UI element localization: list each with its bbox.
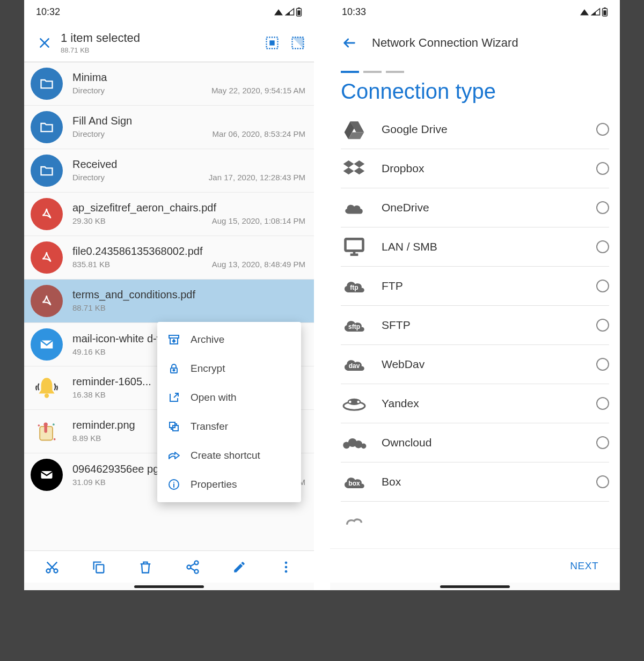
edit-button[interactable] xyxy=(228,555,251,579)
connection-item[interactable]: LAN / SMB xyxy=(341,227,609,267)
svg-rect-4 xyxy=(269,40,274,45)
close-button[interactable] xyxy=(33,36,56,50)
menu-label: Encrypt xyxy=(191,363,225,374)
file-row[interactable]: ReceivedDirectoryJan 17, 2020, 12:28:43 … xyxy=(24,149,314,192)
connection-label: Box xyxy=(382,475,582,488)
cut-button[interactable] xyxy=(40,555,64,579)
file-date: Aug 15, 2020, 1:08:14 PM xyxy=(212,216,305,225)
status-bar: 10:32 xyxy=(24,0,314,24)
openwith-icon xyxy=(167,391,181,405)
svg-point-42 xyxy=(355,440,362,448)
sftp-icon: sftp xyxy=(341,314,368,336)
file-row[interactable]: file0.243586135368002.pdf835.81 KBAug 13… xyxy=(24,236,314,279)
menu-item-openwith[interactable]: Open with xyxy=(157,383,301,412)
connection-item[interactable]: OneDrive xyxy=(341,188,609,227)
status-bar: 10:33 xyxy=(330,0,620,24)
next-button[interactable]: NEXT xyxy=(570,560,598,572)
file-size: 835.81 KB xyxy=(72,260,110,269)
connection-label: Google Drive xyxy=(382,123,582,136)
share-button[interactable] xyxy=(181,555,204,579)
status-icons xyxy=(579,7,608,17)
selection-size: 88.71 KB xyxy=(61,46,265,54)
svg-text:dav: dav xyxy=(349,362,360,370)
radio-button[interactable] xyxy=(596,240,609,253)
file-name: Minima xyxy=(72,71,305,84)
menu-label: Properties xyxy=(191,479,237,490)
menu-label: Transfer xyxy=(191,421,228,432)
svg-rect-2 xyxy=(298,8,300,9)
menu-item-info[interactable]: Properties xyxy=(157,470,301,499)
connection-item[interactable]: Owncloud xyxy=(341,423,609,462)
connection-item[interactable]: ftpFTP xyxy=(341,267,609,306)
svg-point-28 xyxy=(285,570,288,572)
svg-rect-31 xyxy=(604,8,606,9)
radio-button[interactable] xyxy=(596,319,609,332)
file-size: Directory xyxy=(72,86,105,95)
wizard-title-bar: Network Connection Wizard xyxy=(372,36,518,50)
delete-button[interactable] xyxy=(134,555,157,579)
menu-item-lock[interactable]: Encrypt xyxy=(157,354,301,383)
invert-select-icon[interactable] xyxy=(290,35,305,50)
connection-label: OneDrive xyxy=(382,201,582,214)
connection-item[interactable]: Google Drive xyxy=(341,110,609,149)
svg-rect-32 xyxy=(346,239,363,251)
svg-point-16 xyxy=(173,370,175,371)
svg-rect-14 xyxy=(169,335,179,338)
file-row[interactable]: Fill And SignDirectoryMar 06, 2020, 8:53… xyxy=(24,105,314,149)
file-name: Fill And Sign xyxy=(72,115,305,127)
connection-item[interactable]: Yandex xyxy=(341,384,609,423)
svg-rect-30 xyxy=(603,10,606,15)
connection-item[interactable]: Dropbox xyxy=(341,149,609,188)
section-title: Connection type xyxy=(330,77,620,110)
archive-icon xyxy=(167,333,181,347)
file-name: terms_and_conditions.pdf xyxy=(72,289,305,301)
radio-button[interactable] xyxy=(596,358,609,371)
file-size: 31.09 KB xyxy=(72,478,106,487)
copy-button[interactable] xyxy=(87,555,111,579)
more-button[interactable] xyxy=(274,555,298,579)
nav-bar xyxy=(330,583,620,590)
radio-button[interactable] xyxy=(596,201,609,214)
svg-point-25 xyxy=(194,569,198,573)
progress-steps xyxy=(330,62,620,77)
svg-point-11 xyxy=(53,423,55,425)
connection-label: SFTP xyxy=(382,319,582,332)
file-row[interactable]: terms_and_conditions.pdf88.71 KB xyxy=(24,279,314,322)
lan-icon xyxy=(341,236,368,258)
svg-point-27 xyxy=(285,565,288,568)
back-button[interactable] xyxy=(338,35,361,50)
svg-point-39 xyxy=(357,401,360,403)
file-name: Received xyxy=(72,158,305,171)
svg-point-10 xyxy=(38,424,40,427)
svg-point-26 xyxy=(285,561,288,564)
file-row[interactable]: MinimaDirectoryMay 22, 2020, 9:54:15 AM xyxy=(24,62,314,105)
menu-item-transfer[interactable]: Transfer xyxy=(157,412,301,441)
radio-button[interactable] xyxy=(596,475,609,488)
ftp-icon: ftp xyxy=(341,275,368,297)
file-size: Directory xyxy=(72,129,105,138)
connection-list[interactable]: Google DriveDropboxOneDriveLAN / SMBftpF… xyxy=(330,110,620,532)
menu-item-archive[interactable]: Archive xyxy=(157,325,301,354)
connection-item[interactable]: davWebDav xyxy=(341,345,609,384)
yandex-icon xyxy=(341,393,368,414)
radio-button[interactable] xyxy=(596,436,609,449)
radio-button[interactable] xyxy=(596,397,609,410)
connection-item[interactable]: sftpSFTP xyxy=(341,306,609,345)
connection-item[interactable]: boxBox xyxy=(341,462,609,502)
next-bar: NEXT xyxy=(330,548,620,583)
file-date: May 22, 2020, 9:54:15 AM xyxy=(211,86,305,95)
file-date: Mar 06, 2020, 8:53:24 PM xyxy=(213,129,305,138)
file-manager-screen: 10:32 1 item selected 88.71 KB MinimaDir… xyxy=(24,0,314,590)
radio-button[interactable] xyxy=(596,280,609,292)
status-time: 10:32 xyxy=(36,6,60,18)
menu-item-shortcut[interactable]: Create shortcut xyxy=(157,441,301,470)
radio-button[interactable] xyxy=(596,162,609,175)
svg-rect-22 xyxy=(96,564,104,572)
file-size: 88.71 KB xyxy=(72,303,106,312)
radio-button[interactable] xyxy=(596,123,609,136)
selection-title: 1 item selected xyxy=(61,31,265,45)
select-all-icon[interactable] xyxy=(265,35,280,50)
file-row[interactable]: ap_sizefitref_aeron_chairs.pdf29.30 KBAu… xyxy=(24,192,314,236)
file-name: ap_sizefitref_aeron_chairs.pdf xyxy=(72,202,305,214)
transfer-icon xyxy=(167,420,181,434)
